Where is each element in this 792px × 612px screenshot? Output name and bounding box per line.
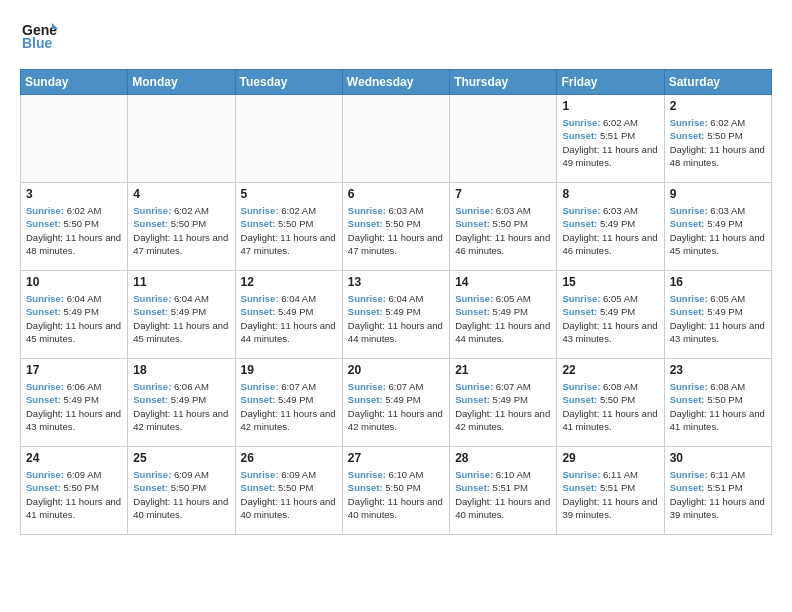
svg-text:Blue: Blue xyxy=(22,35,53,51)
calendar-cell: 7Sunrise: 6:03 AMSunset: 5:50 PMDaylight… xyxy=(450,183,557,271)
day-info: Sunrise: 6:05 AMSunset: 5:49 PMDaylight:… xyxy=(562,292,658,345)
day-number: 25 xyxy=(133,451,229,465)
day-number: 30 xyxy=(670,451,766,465)
weekday-header-wednesday: Wednesday xyxy=(342,70,449,95)
calendar-cell: 8Sunrise: 6:03 AMSunset: 5:49 PMDaylight… xyxy=(557,183,664,271)
day-info: Sunrise: 6:04 AMSunset: 5:49 PMDaylight:… xyxy=(241,292,337,345)
calendar-cell: 18Sunrise: 6:06 AMSunset: 5:49 PMDayligh… xyxy=(128,359,235,447)
calendar-cell: 21Sunrise: 6:07 AMSunset: 5:49 PMDayligh… xyxy=(450,359,557,447)
day-number: 18 xyxy=(133,363,229,377)
day-number: 9 xyxy=(670,187,766,201)
calendar-cell: 11Sunrise: 6:04 AMSunset: 5:49 PMDayligh… xyxy=(128,271,235,359)
calendar-cell: 14Sunrise: 6:05 AMSunset: 5:49 PMDayligh… xyxy=(450,271,557,359)
day-info: Sunrise: 6:02 AMSunset: 5:50 PMDaylight:… xyxy=(670,116,766,169)
week-row-4: 24Sunrise: 6:09 AMSunset: 5:50 PMDayligh… xyxy=(21,447,772,535)
day-info: Sunrise: 6:05 AMSunset: 5:49 PMDaylight:… xyxy=(670,292,766,345)
day-number: 26 xyxy=(241,451,337,465)
weekday-header-saturday: Saturday xyxy=(664,70,771,95)
logo-icon: General Blue xyxy=(20,15,58,57)
calendar-cell xyxy=(342,95,449,183)
day-info: Sunrise: 6:05 AMSunset: 5:49 PMDaylight:… xyxy=(455,292,551,345)
calendar-cell: 13Sunrise: 6:04 AMSunset: 5:49 PMDayligh… xyxy=(342,271,449,359)
calendar-cell: 25Sunrise: 6:09 AMSunset: 5:50 PMDayligh… xyxy=(128,447,235,535)
day-number: 6 xyxy=(348,187,444,201)
weekday-header-friday: Friday xyxy=(557,70,664,95)
day-number: 17 xyxy=(26,363,122,377)
weekday-header-sunday: Sunday xyxy=(21,70,128,95)
day-number: 27 xyxy=(348,451,444,465)
day-info: Sunrise: 6:10 AMSunset: 5:51 PMDaylight:… xyxy=(455,468,551,521)
calendar-cell: 10Sunrise: 6:04 AMSunset: 5:49 PMDayligh… xyxy=(21,271,128,359)
calendar-cell: 30Sunrise: 6:11 AMSunset: 5:51 PMDayligh… xyxy=(664,447,771,535)
day-number: 2 xyxy=(670,99,766,113)
calendar-cell: 2Sunrise: 6:02 AMSunset: 5:50 PMDaylight… xyxy=(664,95,771,183)
week-row-0: 1Sunrise: 6:02 AMSunset: 5:51 PMDaylight… xyxy=(21,95,772,183)
day-info: Sunrise: 6:04 AMSunset: 5:49 PMDaylight:… xyxy=(26,292,122,345)
calendar-cell: 24Sunrise: 6:09 AMSunset: 5:50 PMDayligh… xyxy=(21,447,128,535)
day-info: Sunrise: 6:06 AMSunset: 5:49 PMDaylight:… xyxy=(133,380,229,433)
day-info: Sunrise: 6:09 AMSunset: 5:50 PMDaylight:… xyxy=(133,468,229,521)
calendar-cell: 20Sunrise: 6:07 AMSunset: 5:49 PMDayligh… xyxy=(342,359,449,447)
calendar-cell: 9Sunrise: 6:03 AMSunset: 5:49 PMDaylight… xyxy=(664,183,771,271)
calendar-cell: 5Sunrise: 6:02 AMSunset: 5:50 PMDaylight… xyxy=(235,183,342,271)
day-info: Sunrise: 6:02 AMSunset: 5:50 PMDaylight:… xyxy=(133,204,229,257)
calendar-cell: 16Sunrise: 6:05 AMSunset: 5:49 PMDayligh… xyxy=(664,271,771,359)
day-number: 11 xyxy=(133,275,229,289)
calendar-cell xyxy=(235,95,342,183)
day-number: 16 xyxy=(670,275,766,289)
calendar-cell: 23Sunrise: 6:08 AMSunset: 5:50 PMDayligh… xyxy=(664,359,771,447)
day-number: 3 xyxy=(26,187,122,201)
day-info: Sunrise: 6:06 AMSunset: 5:49 PMDaylight:… xyxy=(26,380,122,433)
day-info: Sunrise: 6:11 AMSunset: 5:51 PMDaylight:… xyxy=(670,468,766,521)
day-info: Sunrise: 6:03 AMSunset: 5:50 PMDaylight:… xyxy=(348,204,444,257)
day-info: Sunrise: 6:07 AMSunset: 5:49 PMDaylight:… xyxy=(455,380,551,433)
day-info: Sunrise: 6:03 AMSunset: 5:49 PMDaylight:… xyxy=(562,204,658,257)
day-number: 10 xyxy=(26,275,122,289)
calendar-cell: 28Sunrise: 6:10 AMSunset: 5:51 PMDayligh… xyxy=(450,447,557,535)
day-number: 8 xyxy=(562,187,658,201)
day-info: Sunrise: 6:02 AMSunset: 5:50 PMDaylight:… xyxy=(241,204,337,257)
calendar-cell: 26Sunrise: 6:09 AMSunset: 5:50 PMDayligh… xyxy=(235,447,342,535)
week-row-2: 10Sunrise: 6:04 AMSunset: 5:49 PMDayligh… xyxy=(21,271,772,359)
day-info: Sunrise: 6:08 AMSunset: 5:50 PMDaylight:… xyxy=(562,380,658,433)
calendar-cell xyxy=(450,95,557,183)
day-number: 5 xyxy=(241,187,337,201)
day-info: Sunrise: 6:09 AMSunset: 5:50 PMDaylight:… xyxy=(241,468,337,521)
calendar-cell xyxy=(21,95,128,183)
calendar-cell: 17Sunrise: 6:06 AMSunset: 5:49 PMDayligh… xyxy=(21,359,128,447)
day-info: Sunrise: 6:09 AMSunset: 5:50 PMDaylight:… xyxy=(26,468,122,521)
logo: General Blue xyxy=(20,15,58,57)
day-number: 29 xyxy=(562,451,658,465)
day-number: 28 xyxy=(455,451,551,465)
calendar-cell: 4Sunrise: 6:02 AMSunset: 5:50 PMDaylight… xyxy=(128,183,235,271)
day-number: 20 xyxy=(348,363,444,377)
day-number: 19 xyxy=(241,363,337,377)
day-info: Sunrise: 6:07 AMSunset: 5:49 PMDaylight:… xyxy=(348,380,444,433)
day-number: 7 xyxy=(455,187,551,201)
day-info: Sunrise: 6:07 AMSunset: 5:49 PMDaylight:… xyxy=(241,380,337,433)
day-number: 12 xyxy=(241,275,337,289)
day-number: 13 xyxy=(348,275,444,289)
header: General Blue xyxy=(20,15,772,57)
calendar-cell: 22Sunrise: 6:08 AMSunset: 5:50 PMDayligh… xyxy=(557,359,664,447)
day-number: 14 xyxy=(455,275,551,289)
calendar-cell: 15Sunrise: 6:05 AMSunset: 5:49 PMDayligh… xyxy=(557,271,664,359)
day-number: 4 xyxy=(133,187,229,201)
week-row-1: 3Sunrise: 6:02 AMSunset: 5:50 PMDaylight… xyxy=(21,183,772,271)
day-info: Sunrise: 6:10 AMSunset: 5:50 PMDaylight:… xyxy=(348,468,444,521)
day-info: Sunrise: 6:03 AMSunset: 5:49 PMDaylight:… xyxy=(670,204,766,257)
day-info: Sunrise: 6:02 AMSunset: 5:50 PMDaylight:… xyxy=(26,204,122,257)
day-number: 15 xyxy=(562,275,658,289)
day-info: Sunrise: 6:04 AMSunset: 5:49 PMDaylight:… xyxy=(133,292,229,345)
weekday-header-thursday: Thursday xyxy=(450,70,557,95)
calendar-cell: 1Sunrise: 6:02 AMSunset: 5:51 PMDaylight… xyxy=(557,95,664,183)
day-number: 21 xyxy=(455,363,551,377)
calendar-cell: 27Sunrise: 6:10 AMSunset: 5:50 PMDayligh… xyxy=(342,447,449,535)
day-info: Sunrise: 6:08 AMSunset: 5:50 PMDaylight:… xyxy=(670,380,766,433)
day-info: Sunrise: 6:04 AMSunset: 5:49 PMDaylight:… xyxy=(348,292,444,345)
day-info: Sunrise: 6:11 AMSunset: 5:51 PMDaylight:… xyxy=(562,468,658,521)
week-row-3: 17Sunrise: 6:06 AMSunset: 5:49 PMDayligh… xyxy=(21,359,772,447)
day-number: 23 xyxy=(670,363,766,377)
calendar-cell: 19Sunrise: 6:07 AMSunset: 5:49 PMDayligh… xyxy=(235,359,342,447)
day-number: 1 xyxy=(562,99,658,113)
